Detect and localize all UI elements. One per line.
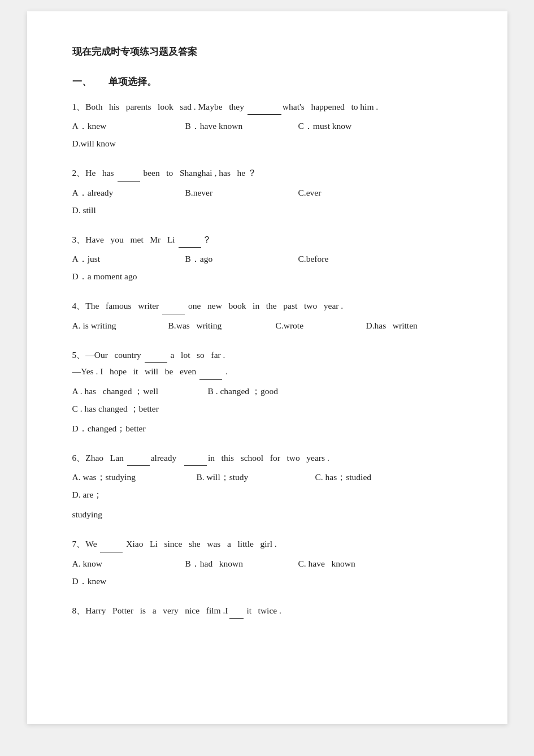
option-7b: B．had known	[185, 555, 276, 572]
question-1-options: A．knew B．have known C．must know D.will k…	[72, 117, 462, 152]
question-1: 1、Both his parents look sad . Maybe they…	[72, 98, 462, 152]
option-4c: C.wrote	[276, 317, 344, 334]
question-6-options-1: A. was；studying B. will；study C. has；stu…	[72, 468, 462, 503]
option-6d: D. are；	[72, 486, 103, 503]
question-3-text: 3、Have you met Mr Li ？	[72, 231, 462, 248]
option-6a: A. was；studying	[72, 468, 174, 486]
question-7: 7、We Xiao Li since she was a little girl…	[72, 535, 462, 589]
option-1a: A．knew	[72, 117, 163, 135]
option-5b: B . changed ；good	[208, 382, 327, 400]
question-4: 4、The famous writer one new book in the …	[72, 297, 462, 334]
question-5-text-2: —Yes . I hope it will be even .	[72, 363, 462, 379]
question-5-text-1: 5、—Our country a lot so far .	[72, 347, 462, 363]
option-7d: D．knew	[72, 572, 163, 590]
option-6c: C. has；studied	[315, 468, 417, 486]
question-2: 2、He has been to Shanghai , has he ？ A．a…	[72, 165, 462, 218]
option-3d: D．a moment ago	[72, 267, 163, 285]
option-1c: C．must know	[298, 117, 389, 135]
option-4d: D.has written	[366, 317, 457, 334]
question-5-options-1: A . has changed ；well B . changed ；good …	[72, 382, 462, 417]
option-2a: A．already	[72, 184, 163, 201]
section-number: 一、	[72, 75, 92, 88]
option-2c: C.ever	[298, 184, 389, 201]
option-1d: D.will know	[72, 135, 163, 152]
option-5d: D．changed；better	[72, 420, 146, 437]
question-8-text: 8、Harry Potter is a very nice film .I it…	[72, 602, 462, 619]
section-title: 单项选择。	[108, 75, 157, 88]
question-6-text: 6、Zhao Lan already in this school for tw…	[72, 450, 462, 466]
option-2d: D. still	[72, 201, 163, 219]
question-2-options: A．already B.never C.ever D. still	[72, 184, 462, 219]
question-4-text: 4、The famous writer one new book in the …	[72, 297, 462, 314]
question-7-options: A. know B．had known C. have known D．knew	[72, 555, 462, 590]
question-5-options-2: D．changed；better	[72, 420, 462, 437]
option-7a: A. know	[72, 555, 163, 572]
option-3a: A．just	[72, 250, 163, 267]
question-2-text: 2、He has been to Shanghai , has he ？	[72, 165, 462, 181]
option-5c: C . has changed ；better	[72, 400, 197, 417]
question-3-options: A．just B．ago C.before D．a moment ago	[72, 250, 462, 285]
option-3c: C.before	[298, 250, 389, 267]
section-header: 一、 单项选择。	[72, 75, 462, 88]
option-2b: B.never	[185, 184, 276, 201]
question-1-text: 1、Both his parents look sad . Maybe they…	[72, 98, 462, 115]
option-6b: B. will；study	[197, 468, 293, 486]
option-6d-cont: studying	[72, 506, 102, 523]
question-8: 8、Harry Potter is a very nice film .I it…	[72, 602, 462, 619]
question-6: 6、Zhao Lan already in this school for tw…	[72, 450, 462, 523]
option-4b: B.was writing	[168, 317, 253, 334]
question-4-options: A. is writing B.was writing C.wrote D.ha…	[72, 317, 462, 334]
option-3b: B．ago	[185, 250, 276, 267]
question-5: 5、—Our country a lot so far . —Yes . I h…	[72, 347, 462, 437]
question-3: 3、Have you met Mr Li ？ A．just B．ago C.be…	[72, 231, 462, 285]
option-7c: C. have known	[298, 555, 389, 572]
option-5a: A . has changed ；well	[72, 382, 185, 400]
option-1b: B．have known	[185, 117, 276, 135]
page-container: 现在完成时专项练习题及答案 一、 单项选择。 1、Both his parent…	[27, 11, 507, 724]
option-4a: A. is writing	[72, 317, 146, 334]
question-7-text: 7、We Xiao Li since she was a little girl…	[72, 535, 462, 552]
question-6-options-2: studying	[72, 506, 462, 523]
page-title: 现在完成时专项练习题及答案	[72, 45, 462, 58]
